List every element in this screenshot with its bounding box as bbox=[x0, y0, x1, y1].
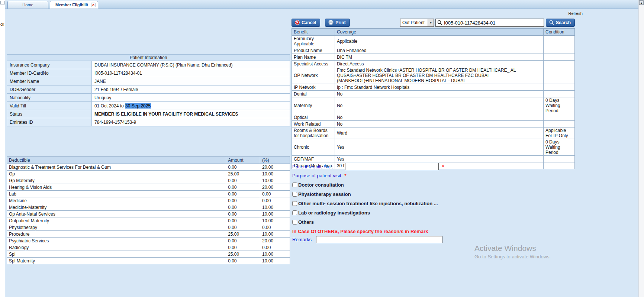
benefit-coverage: Yes bbox=[335, 156, 543, 162]
table-row: Benefit Coverage Condition bbox=[292, 29, 575, 36]
benefit-name: Work Related bbox=[292, 121, 335, 127]
deductible-percent: 10.00 bbox=[260, 217, 290, 224]
benefit-name: IP Network bbox=[292, 84, 335, 91]
vertical-scrollbar[interactable]: ▲ bbox=[638, 0, 644, 297]
benefit-condition bbox=[544, 114, 575, 121]
table-row: Member ID-CardNo I005-010-117428434-01 bbox=[7, 69, 290, 77]
search-button-icon bbox=[549, 20, 554, 25]
deductible-name: Hearing & Vision Aids bbox=[7, 184, 226, 191]
table-row: Plan NameDIC TM bbox=[292, 54, 575, 61]
table-row: Medicine0.000.00 bbox=[7, 197, 290, 204]
patient-info-value: 784-1994-1574153-9 bbox=[92, 118, 290, 126]
deductible-percent: 10.00 bbox=[260, 258, 290, 264]
search-icon bbox=[437, 20, 442, 25]
valid-till-highlighted-date: 30 Sep 2025 bbox=[125, 103, 151, 109]
checkbox-label: Physiotherapy session bbox=[298, 191, 351, 197]
left-strip-label: ck bbox=[0, 22, 4, 26]
benefit-condition bbox=[544, 36, 575, 47]
table-row: Patient Information bbox=[7, 55, 290, 61]
deductible-amount: 0.00 bbox=[226, 211, 260, 217]
remarks-input[interactable] bbox=[316, 236, 442, 243]
benefit-condition: 0 Days Waiting Period bbox=[544, 97, 575, 114]
lab-or-radiology-checkbox[interactable] bbox=[292, 210, 297, 215]
remarks-label: Remarks bbox=[292, 237, 316, 242]
search-button-label: Search bbox=[556, 20, 571, 25]
member-search-box bbox=[435, 19, 544, 27]
patient-mobile-input[interactable] bbox=[345, 163, 439, 170]
table-row: Physiotherapy0.000.00 bbox=[7, 224, 290, 231]
table-row: Nationality Uruguay bbox=[7, 94, 290, 102]
patient-mobile-label: Patient Mobile No : bbox=[292, 164, 345, 170]
table-row: Rooms & Boards for hospitalisationWardAp… bbox=[292, 127, 575, 139]
deductible-percent: 10.00 bbox=[260, 171, 290, 177]
eligibility-status: MEMBER IS ELIGIBLE IN YOUR FACILITY FOR … bbox=[92, 110, 290, 118]
checkbox-label: Others bbox=[298, 219, 314, 225]
patient-info-label: DOB/Gender bbox=[7, 85, 92, 94]
chevron-down-icon: ▼ bbox=[428, 19, 434, 26]
deductible-percent: 10.00 bbox=[260, 231, 290, 238]
deductible-amount: 25.00 bbox=[226, 231, 260, 238]
print-button[interactable]: Print bbox=[325, 19, 350, 27]
benefit-table: Benefit Coverage Condition Formulary App… bbox=[292, 28, 575, 169]
patient-info-title: Patient Information bbox=[7, 55, 290, 61]
tab-bar: Home Member Eligibilit ✕ bbox=[5, 0, 638, 9]
patient-info-label: Insurance Company bbox=[7, 61, 92, 69]
benefit-coverage: Fmc Standard Network Clinics+ASTER HOSPI… bbox=[335, 67, 543, 84]
physiotherapy-session-checkbox[interactable] bbox=[292, 192, 297, 197]
cancel-button[interactable]: ✕ Cancel bbox=[292, 19, 320, 27]
deductible-name: Op Ante-Natal Services bbox=[7, 211, 226, 217]
table-row: Valid Till 01 Oct 2024 to 30 Sep 2025 bbox=[7, 102, 290, 110]
deductible-amount: 0.00 bbox=[226, 258, 260, 264]
benefit-name: Dental bbox=[292, 91, 335, 97]
deductible-name: Gp bbox=[7, 171, 226, 177]
tab-home[interactable]: Home bbox=[7, 1, 48, 9]
print-button-label: Print bbox=[335, 20, 345, 25]
deductible-percent: 0.00 bbox=[260, 244, 290, 251]
benefit-condition bbox=[544, 91, 575, 97]
table-row: Work RelatedNo bbox=[292, 121, 575, 127]
benefit-condition bbox=[544, 47, 575, 54]
other-multi-session-checkbox[interactable] bbox=[292, 201, 297, 206]
checkbox-label: Lab or radiology investigations bbox=[298, 210, 370, 216]
others-remark-note: In Case Of OTHERS, Please specify the re… bbox=[292, 229, 579, 234]
benefit-coverage: Yes bbox=[335, 139, 543, 156]
patient-info-value: JANE bbox=[92, 77, 290, 85]
benefit-name: Optical bbox=[292, 114, 335, 121]
benefit-name: OP Network bbox=[292, 67, 335, 84]
benefit-condition bbox=[544, 67, 575, 84]
tab-close-icon[interactable]: ✕ bbox=[91, 3, 96, 7]
deductible-name: Procedure bbox=[7, 231, 226, 238]
patient-info-table: Patient Information Insurance Company DU… bbox=[7, 54, 290, 126]
deductible-amount: 0.00 bbox=[226, 177, 260, 184]
deductible-name: Medicine bbox=[7, 197, 226, 204]
benefit-coverage: No bbox=[335, 114, 543, 121]
search-button[interactable]: Search bbox=[546, 19, 575, 27]
checkbox-row-others: Others bbox=[292, 219, 579, 225]
benefit-name: Maternity bbox=[292, 97, 335, 114]
others-checkbox[interactable] bbox=[292, 220, 297, 225]
patient-type-select[interactable]: Out Patient ▼ bbox=[400, 19, 434, 27]
required-asterisk: * bbox=[442, 164, 444, 170]
deductible-name: Lab bbox=[7, 191, 226, 197]
member-search-input[interactable] bbox=[444, 20, 542, 26]
deductible-percent: 20.00 bbox=[260, 238, 290, 244]
tab-home-label: Home bbox=[22, 3, 33, 7]
benefit-coverage: Applicable bbox=[335, 36, 543, 47]
tab-member-eligibility[interactable]: Member Eligibilit ✕ bbox=[50, 1, 98, 9]
table-row: DentalNo bbox=[292, 91, 575, 97]
benefit-condition bbox=[544, 121, 575, 127]
table-row: Deductible Amount (%) bbox=[7, 156, 290, 164]
doctor-consultation-checkbox[interactable] bbox=[292, 183, 297, 187]
patient-info-value: I005-010-117428434-01 bbox=[92, 69, 290, 77]
checkbox-label: Doctor consultation bbox=[298, 182, 344, 188]
page-content: Refresh Patient Information Insurance Co… bbox=[5, 9, 638, 297]
table-row: Formulary ApplicableApplicable bbox=[292, 36, 575, 47]
deductible-amount: 0.00 bbox=[226, 184, 260, 191]
deductible-percent: 0.00 bbox=[260, 197, 290, 204]
benefit-name: Rooms & Boards for hospitalisation bbox=[292, 127, 335, 139]
deductible-name: Spl bbox=[7, 251, 226, 258]
deductible-percent: 10.00 bbox=[260, 211, 290, 217]
refresh-link[interactable]: Refresh bbox=[568, 11, 583, 16]
scrollbar-up-arrow-icon[interactable]: ▲ bbox=[639, 0, 644, 5]
benefit-header: Benefit bbox=[292, 29, 335, 36]
